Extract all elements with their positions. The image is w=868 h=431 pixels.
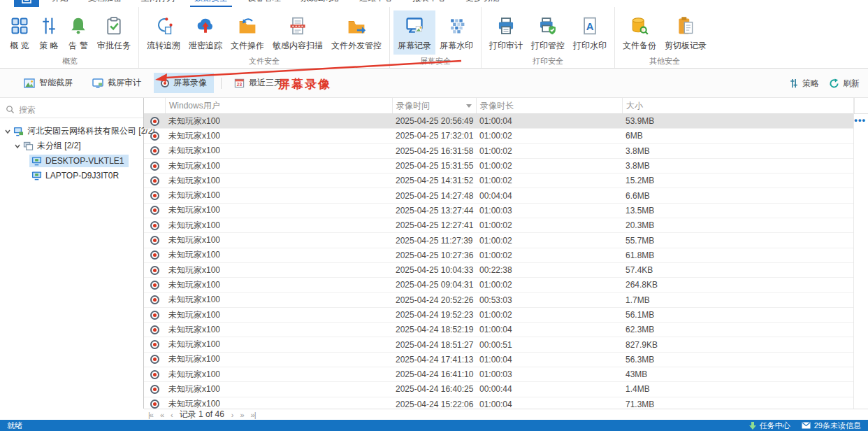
flow-trace-button[interactable]: 流转追溯 <box>143 10 185 55</box>
ribbon-group-screen-security: 屏幕记录 屏幕水印 屏幕安全 <box>390 7 482 68</box>
table-row[interactable]: 未知玩家x100 2025-04-25 15:31:55 01:00:02 3.… <box>144 159 854 174</box>
row-duration: 00:00:51 <box>476 340 622 350</box>
table-row[interactable]: 未知玩家x100 2025-04-25 13:27:44 01:00:03 13… <box>144 204 854 218</box>
table-row[interactable]: 未知玩家x100 2025-04-25 14:31:52 01:00:02 15… <box>144 174 854 188</box>
header-record-time[interactable]: 录像时间 <box>392 98 476 113</box>
row-windows-user: 未知玩家x100 <box>165 339 392 351</box>
print-control-button[interactable]: 打印管控 <box>527 10 569 55</box>
row-record-time: 2025-04-24 16:41:10 <box>392 369 476 379</box>
screen-watermark-button[interactable]: 屏幕水印 <box>435 10 477 55</box>
row-duration: 01:00:04 <box>476 355 622 365</box>
row-duration: 00:00:44 <box>476 384 622 394</box>
record-icon <box>150 385 159 394</box>
table-row[interactable]: 未知玩家x100 2025-04-25 16:31:58 01:00:02 3.… <box>144 144 854 159</box>
row-size: 13.5MB <box>622 206 854 216</box>
ribbon-group-label: 文件安全 <box>139 56 389 66</box>
table-row[interactable]: 未知玩家x100 2025-04-25 20:56:49 01:00:04 53… <box>144 114 854 129</box>
tab-web-behavior[interactable]: 上网行为 <box>137 0 179 7</box>
overview-button[interactable]: 概 览 <box>5 10 34 55</box>
pager-fast-next-button[interactable]: » <box>240 411 243 419</box>
policy-link[interactable]: 策略 <box>789 78 819 90</box>
table-row[interactable]: 未知玩家x100 2025-04-25 11:27:39 01:00:02 55… <box>144 233 854 248</box>
app-menu-button[interactable] <box>14 0 39 7</box>
table-row[interactable]: 未知玩家x100 2025-04-24 16:41:10 01:00:03 43… <box>144 367 854 382</box>
tree-item-ungrouped[interactable]: 未分组 [2/2] <box>0 139 143 153</box>
file-backup-button[interactable]: 文件备份 <box>619 10 660 55</box>
row-duration: 01:00:02 <box>476 146 622 156</box>
tab-more-features[interactable]: 更多功能 <box>461 0 503 7</box>
svg-text:A: A <box>586 21 594 32</box>
row-size: 20.3MB <box>622 220 854 230</box>
pager-first-button[interactable]: |« <box>148 411 153 419</box>
pager-last-button[interactable]: »| <box>251 411 256 419</box>
table-row[interactable]: 未知玩家x100 2025-04-25 17:32:01 01:00:02 6M… <box>144 129 854 143</box>
screen-recording-button[interactable]: 屏幕录像 <box>154 73 214 93</box>
chevron-down-icon <box>4 128 11 135</box>
record-icon-cell <box>144 325 165 334</box>
row-duration: 00:53:03 <box>476 295 622 305</box>
task-center-button[interactable]: 任务中心 <box>749 421 790 431</box>
screenshot-audit-button[interactable]: 截屏审计 <box>85 73 148 93</box>
table-row[interactable]: 未知玩家x100 2025-04-25 10:04:33 00:22:38 57… <box>144 263 854 278</box>
print-audit-button[interactable]: 打印审计 <box>485 10 527 55</box>
print-watermark-button[interactable]: A 打印水印 <box>569 10 611 55</box>
header-duration[interactable]: 录像时长 <box>476 98 622 113</box>
computer-icon <box>31 156 42 166</box>
table-row[interactable]: 未知玩家x100 2025-04-25 12:27:41 01:00:02 20… <box>144 218 854 233</box>
approval-tasks-button[interactable]: 审批任务 <box>93 10 135 55</box>
table-row[interactable]: 未知玩家x100 2025-04-24 18:51:27 00:00:51 82… <box>144 337 854 352</box>
header-size[interactable]: 大小 <box>622 98 854 113</box>
record-icon <box>150 400 159 409</box>
table-row[interactable]: 未知玩家x100 2025-04-24 19:52:23 01:00:02 56… <box>144 308 854 323</box>
tree-item-desktop-vlktle1[interactable]: DESKTOP-VLKTLE1 <box>0 153 143 168</box>
row-windows-user: 未知玩家x100 <box>165 145 392 157</box>
table-row[interactable]: 未知玩家x100 2025-04-25 14:27:48 00:04:04 6.… <box>144 188 854 203</box>
tab-home[interactable]: 开始 <box>48 0 73 7</box>
status-bar: 就绪 任务中心 29条未读信息 <box>0 420 868 431</box>
header-windows-user[interactable]: Windows用户 <box>165 98 392 113</box>
table-row[interactable]: 未知玩家x100 2025-04-25 10:27:36 01:00:02 61… <box>144 248 854 263</box>
tab-device-mgmt[interactable]: 设备管理 <box>243 0 285 7</box>
alert-button[interactable]: 告 警 <box>64 10 93 55</box>
unread-messages-button[interactable]: 29条未读信息 <box>802 421 861 431</box>
table-header: Windows用户 录像时间 录像时长 大小 <box>144 98 868 114</box>
row-record-time: 2025-04-24 18:52:19 <box>392 325 476 334</box>
tab-doc-encryption[interactable]: 文档加密 <box>84 0 126 7</box>
table-row[interactable]: 未知玩家x100 2025-04-24 17:41:13 01:00:04 56… <box>144 353 854 367</box>
tab-report-center[interactable]: 报表中心 <box>408 0 450 7</box>
row-windows-user: 未知玩家x100 <box>165 398 392 409</box>
table-row[interactable]: 未知玩家x100 2025-04-24 18:52:19 01:00:04 62… <box>144 323 854 337</box>
file-operation-button[interactable]: 文件操作 <box>226 10 268 55</box>
pager-fast-prev-button[interactable]: « <box>160 411 164 419</box>
policy-button[interactable]: 策 略 <box>34 10 64 55</box>
table-row[interactable]: 未知玩家x100 2025-04-24 15:22:06 01:00:04 71… <box>144 397 854 409</box>
table-row[interactable]: 未知玩家x100 2025-04-25 09:04:31 01:00:02 26… <box>144 278 854 292</box>
record-icon-cell <box>144 221 165 230</box>
file-outgoing-control-button[interactable]: 文件外发管控 <box>327 10 386 55</box>
table-row[interactable]: 未知玩家x100 2025-04-24 16:40:25 00:00:44 1.… <box>144 382 854 397</box>
smart-screenshot-button[interactable]: 智能截屏 <box>17 73 80 93</box>
sort-descending-icon <box>466 104 472 108</box>
tree-item-laptop-d9j3it0r[interactable]: LAPTOP-D9J3IT0R <box>0 168 143 183</box>
sensitive-scan-button[interactable]: 敏感内容扫描 <box>268 10 327 55</box>
screen-record-button[interactable]: 屏幕记录 <box>393 10 435 55</box>
tab-system-network[interactable]: 系统&网络 <box>296 0 344 7</box>
table-row[interactable]: 未知玩家x100 2025-04-24 20:52:26 00:53:03 1.… <box>144 293 854 308</box>
refresh-button[interactable]: 刷新 <box>829 78 860 90</box>
tab-data-security[interactable]: 数据安全 <box>190 0 232 7</box>
tree-item-company[interactable]: 河北安固云网络科技有限公司 [2/2] <box>0 124 143 139</box>
pager-prev-button[interactable]: ‹ <box>171 411 173 419</box>
pager-next-button[interactable]: › <box>231 411 233 419</box>
leak-trace-button[interactable]: 泄密追踪 <box>185 10 226 55</box>
row-windows-user: 未知玩家x100 <box>165 190 392 202</box>
app-logo-icon <box>22 0 31 3</box>
svg-text:23: 23 <box>237 82 243 87</box>
row-actions-more-icon[interactable]: ••• <box>854 118 866 123</box>
printer-shield-icon <box>537 15 558 36</box>
search-input[interactable] <box>19 105 138 115</box>
tab-ops-center[interactable]: 运维中心 <box>355 0 397 7</box>
table-body: 未知玩家x100 2025-04-25 20:56:49 01:00:04 53… <box>144 114 868 409</box>
main-area: 河北安固云网络科技有限公司 [2/2] 未分组 [2/2] DESKTOP-VL… <box>0 98 868 409</box>
clipboard-record-button[interactable]: 剪切板记录 <box>660 10 711 55</box>
row-windows-user: 未知玩家x100 <box>165 220 392 232</box>
